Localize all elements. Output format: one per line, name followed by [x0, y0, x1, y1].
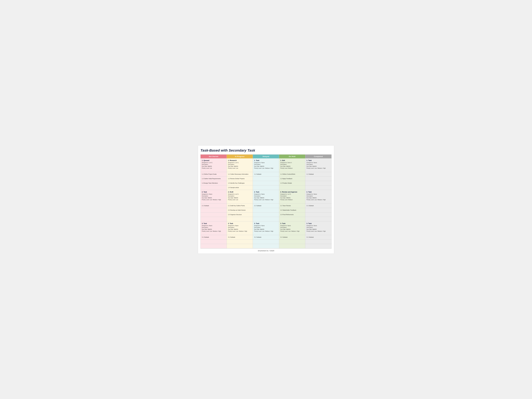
task-title: 1. Queued: [202, 160, 225, 161]
subtask-label: 2.2 Stakeholder Feedback: [280, 209, 296, 211]
task-card-empty: [305, 212, 331, 217]
task-card-subtask[interactable]: 3.1 Subtask: [227, 235, 253, 239]
subtask-label: 2.3 Organize Structure: [228, 214, 242, 215]
task-card-primary[interactable]: 1. TaskAssigned to: NameDescription:Due …: [253, 158, 279, 172]
task-meta: Assigned to: Denis V.Description:Due Dat…: [280, 162, 304, 169]
task-card-subtask[interactable]: 3.1 Subtask: [305, 235, 331, 239]
task-card-subtask[interactable]: 1.3 Identify Key Challenges: [227, 181, 253, 186]
task-card-empty: [305, 217, 331, 221]
task-card-empty: [201, 208, 227, 212]
task-meta: Assigned to: NameDescription:Due Date: M…: [202, 225, 225, 232]
subtask-label: 1.3 Identify Key Challenges: [228, 182, 245, 184]
task-card-primary[interactable]: 3. TaskAssigned to: NameDescription:Due …: [227, 221, 253, 235]
task-card-primary[interactable]: 3. TaskAssigned to: NameDescription:Due …: [253, 221, 279, 235]
task-card-primary[interactable]: 1. EditAssigned to: Denis V.Description:…: [279, 158, 305, 172]
task-card-subtask[interactable]: 2.1 Subtask: [201, 204, 227, 208]
task-card-empty: [279, 217, 305, 221]
task-card-empty: [279, 186, 305, 190]
task-card-subtask[interactable]: 1.3 Assign Team Members: [201, 181, 227, 186]
subtask-label: 1.1 Subtask: [254, 174, 261, 175]
subtask-label: 1.2 Gather Initial Requirements: [202, 178, 221, 179]
task-card-empty: [201, 186, 227, 190]
task-meta: Assigned to: Lori G.Description:Due Date…: [228, 193, 252, 201]
subtask-label: 2.1 Draft Key Outline Points: [228, 205, 245, 206]
task-title: 3. Task: [280, 223, 304, 224]
task-meta: Assigned to: NameDescription:Due Date: M…: [307, 162, 330, 169]
task-card-subtask[interactable]: 1.2 Apply Feedback: [279, 176, 305, 181]
task-card-subtask[interactable]: 3.1 Subtask: [253, 235, 279, 239]
task-meta: Assigned to: NameDescription:Due Date: M…: [254, 225, 278, 232]
subtask-label: 1.1 Define Project Goals: [202, 174, 216, 175]
page-title: Task-Based with Secondary Task: [200, 148, 332, 152]
subtask-label: 2.2 Develop an Initial Version: [228, 209, 246, 211]
task-card-subtask[interactable]: 1.4 Sample article: [227, 186, 253, 190]
task-title: 3. Task: [307, 223, 330, 224]
task-card-empty: [279, 244, 305, 248]
task-card-subtask[interactable]: 2.1 Draft Key Outline Points: [227, 204, 253, 208]
task-card-subtask[interactable]: 2.1 Subtask: [305, 204, 331, 208]
task-card-empty: [201, 239, 227, 244]
task-card-primary[interactable]: 3. TaskAssigned to: NameDescription:Due …: [305, 221, 331, 235]
task-card-primary[interactable]: 2. Review and ApproveAssigned to: Lori G…: [279, 190, 305, 204]
task-title: 1. Research: [228, 160, 252, 161]
task-meta: Assigned to: Lori G.Description:Due Date…: [202, 162, 225, 169]
task-card-subtask[interactable]: 1.1 Collect Necessary Information: [227, 172, 253, 176]
task-card-primary[interactable]: 1. QueuedAssigned to: Lori G.Description…: [201, 158, 227, 172]
subtask-label: 2.3 Final Refinements: [280, 214, 294, 215]
task-card-primary[interactable]: 1. ResearchAssigned to: Lori G.Descripti…: [227, 158, 253, 172]
col-header-not-started: Not Started: [201, 154, 227, 158]
task-card-primary[interactable]: 3. TaskAssigned to: NameDescription:Due …: [201, 221, 227, 235]
task-card-primary[interactable]: 3. TaskAssigned to: NameDescription:Due …: [279, 221, 305, 235]
task-card-subtask[interactable]: 2.2 Stakeholder Feedback: [279, 208, 305, 212]
task-title: 2. Review and Approve: [280, 191, 304, 193]
subtask-label: 1.1 Subtask: [307, 174, 314, 175]
task-card-empty: [227, 244, 253, 248]
subtask-label: 3.1 Subtask: [254, 236, 261, 238]
task-card-subtask[interactable]: 2.2 Develop an Initial Version: [227, 208, 253, 212]
task-card-primary[interactable]: 2. TaskAssigned to: NameDescription:Due …: [253, 190, 279, 204]
subtask-label: 2.1 Team Review: [280, 205, 291, 206]
subtask-label: 3.1 Subtask: [280, 236, 288, 238]
task-card-subtask[interactable]: 1.1 Define Project Goals: [201, 172, 227, 176]
task-card-subtask[interactable]: 1.2 Review Similar Projects: [227, 176, 253, 181]
task-card-primary[interactable]: 1. TaskAssigned to: NameDescription:Due …: [305, 158, 331, 172]
task-card-empty: [253, 244, 279, 248]
task-title: 2. Task: [202, 191, 225, 193]
subtask-label: 1.4 Sample article: [228, 187, 239, 188]
task-meta: Assigned to: NameDescription:Due Date: M…: [254, 162, 278, 169]
column-delayed: Delayed1. TaskAssigned to: NameDescripti…: [253, 154, 279, 248]
task-card-primary[interactable]: 2. TaskAssigned to: NameDescription:Due …: [201, 190, 227, 204]
task-title: 2. Task: [254, 191, 278, 193]
task-card-subtask[interactable]: 3.1 Subtask: [279, 235, 305, 239]
task-card-subtask[interactable]: 1.2 Gather Initial Requirements: [201, 176, 227, 181]
task-card-primary[interactable]: 2. DraftAssigned to: Lori G.Description:…: [227, 190, 253, 204]
task-card-primary[interactable]: 2. TaskAssigned to: NameDescription:Due …: [305, 190, 331, 204]
task-title: 3. Task: [228, 223, 252, 224]
task-card-empty: [227, 239, 253, 244]
col-header-on-hold: On Hold: [279, 154, 305, 158]
task-title: 3. Task: [254, 223, 278, 224]
column-on-hold: On Hold1. EditAssigned to: Denis V.Descr…: [279, 154, 305, 248]
task-title: 3. Task: [202, 223, 225, 224]
task-meta: Assigned to: NameDescription:Due Date: M…: [307, 225, 330, 232]
subtask-label: 1.1 Collect Necessary Information: [228, 174, 248, 175]
task-card-subtask[interactable]: 1.1 Subtask: [305, 172, 331, 176]
task-meta: Assigned to: NameDescription:Due Date: M…: [254, 193, 278, 201]
task-meta: Assigned to: NameDescription:Due Date: M…: [202, 193, 225, 201]
task-card-subtask[interactable]: 1.3 Finalize Details: [279, 181, 305, 186]
task-card-empty: [253, 239, 279, 244]
task-card-subtask[interactable]: 2.1 Subtask: [253, 204, 279, 208]
task-meta: Assigned to: NameDescription:Due Date: M…: [228, 225, 252, 232]
task-card-empty: [305, 244, 331, 248]
column-not-started: Not Started1. QueuedAssigned to: Lori G.…: [201, 154, 227, 248]
task-card-subtask[interactable]: 2.3 Final Refinements: [279, 212, 305, 217]
task-card-empty: [305, 181, 331, 186]
task-meta: Assigned to: Lori G.Description:Due Date…: [228, 162, 252, 169]
task-card-subtask[interactable]: 1.1 Refine Content/Work: [279, 172, 305, 176]
task-card-empty: [305, 176, 331, 181]
task-title: 1. Task: [307, 160, 330, 161]
task-card-subtask[interactable]: 3.1 Subtask: [201, 235, 227, 239]
task-card-subtask[interactable]: 1.1 Subtask: [253, 172, 279, 176]
task-card-subtask[interactable]: 2.3 Organize Structure: [227, 212, 253, 217]
task-card-subtask[interactable]: 2.1 Team Review: [279, 204, 305, 208]
